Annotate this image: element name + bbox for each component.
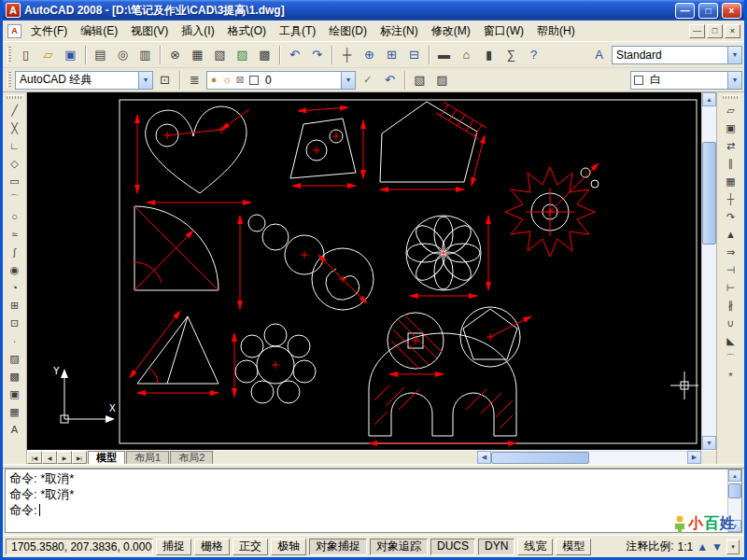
lineweight-toggle[interactable]: 线宽 [517, 539, 553, 555]
layer-unisolate-button[interactable]: ▨ [431, 70, 453, 91]
annotation-autoscale-icon[interactable]: ▼ [712, 541, 723, 553]
menu-tools[interactable]: 工具(T) [273, 21, 322, 42]
annotation-scale-value[interactable]: 1:1 [678, 540, 694, 553]
region-button[interactable]: ▣ [5, 385, 25, 403]
menu-help[interactable]: 帮助(H) [530, 21, 582, 42]
extend-button[interactable]: ⊢ [721, 279, 741, 297]
next-tab-button[interactable]: ▶ [57, 451, 72, 464]
chevron-down-icon[interactable]: ▾ [727, 47, 741, 63]
command-history[interactable]: 命令: *取消* 命令: *取消* 命令: [6, 469, 727, 532]
stretch-button[interactable]: ⇒ [721, 244, 741, 261]
chevron-down-icon[interactable]: ▾ [138, 72, 152, 89]
document-close-button[interactable]: × [725, 24, 740, 38]
ducs-toggle[interactable]: DUCS [430, 539, 475, 555]
vertical-scrollbar-track[interactable] [702, 106, 716, 436]
model-toggle[interactable]: 模型 [556, 539, 591, 555]
join-button[interactable]: ∪ [721, 315, 741, 332]
style-combo[interactable]: Standard ▾ [612, 46, 742, 64]
grid-toggle[interactable]: 栅格 [194, 539, 230, 555]
array-button[interactable]: ▦ [721, 173, 741, 190]
make-block-button[interactable]: ⊡ [5, 315, 25, 332]
copy-button[interactable]: ▦ [187, 45, 208, 65]
save-button[interactable]: ▣ [60, 45, 81, 65]
ellipse-arc-button[interactable]: ◔ [5, 279, 25, 297]
fillet-button[interactable]: ⌒ [721, 350, 741, 368]
tool-palettes-button[interactable]: ▮ [478, 45, 500, 65]
chevron-down-icon[interactable]: ▾ [341, 72, 355, 89]
command-scrollbar-thumb[interactable] [728, 483, 741, 498]
vertical-scrollbar-thumb[interactable] [702, 142, 716, 245]
color-combo[interactable]: 白 ▾ [630, 71, 742, 90]
prev-tab-button[interactable]: ◀ [42, 451, 57, 464]
command-input[interactable]: 命令: [9, 502, 724, 518]
mtext-button[interactable]: A [5, 421, 25, 439]
last-tab-button[interactable]: ▶| [72, 451, 87, 464]
layout2-tab[interactable]: 布局2 [170, 451, 213, 464]
trim-button[interactable]: ⊣ [721, 261, 741, 279]
ellipse-button[interactable]: ◉ [5, 261, 25, 279]
dyn-toggle[interactable]: DYN [478, 539, 514, 555]
chamfer-button[interactable]: ◣ [721, 332, 741, 350]
snap-toggle[interactable]: 捕捉 [156, 539, 191, 555]
properties-button[interactable]: ▬ [433, 45, 455, 65]
annotation-visibility-icon[interactable]: ▲ [697, 541, 708, 553]
layer-isolate-button[interactable]: ▧ [409, 70, 430, 91]
coordinates-display[interactable]: 1705.3580, 207.3836, 0.0000 [6, 539, 153, 555]
layer-on-bulb-icon[interactable]: ● [207, 75, 220, 85]
menu-view[interactable]: 视图(V) [124, 21, 175, 42]
break-button[interactable]: ∦ [721, 297, 741, 315]
open-button[interactable]: ▱ [37, 45, 59, 65]
construction-line-button[interactable]: ╳ [5, 119, 25, 137]
menu-draw[interactable]: 绘图(D) [322, 21, 374, 42]
minimize-button[interactable]: — [675, 3, 695, 19]
quickcalc-button[interactable]: ∑ [500, 45, 522, 65]
rectangle-button[interactable]: ▭ [5, 173, 25, 190]
qnew-button[interactable]: ▯ [15, 45, 36, 65]
zoom-previous-button[interactable]: ⊟ [403, 45, 425, 65]
close-button[interactable]: × [722, 3, 741, 19]
point-button[interactable]: ∙ [5, 332, 25, 350]
first-tab-button[interactable]: |◀ [27, 451, 42, 464]
document-minimize-button[interactable]: — [689, 24, 705, 38]
menu-insert[interactable]: 插入(I) [175, 21, 220, 42]
layer-combo[interactable]: ● ☼ ⊠ 0 ▾ [206, 71, 356, 90]
layer-color-swatch[interactable] [249, 76, 259, 85]
workspace-settings-button[interactable]: ⊡ [154, 70, 176, 91]
zoom-realtime-button[interactable]: ⊕ [359, 45, 380, 65]
block-editor-button[interactable]: ▩ [254, 45, 275, 65]
horizontal-scrollbar-thumb[interactable] [491, 452, 589, 464]
revision-cloud-button[interactable]: ≈ [5, 226, 25, 244]
polar-toggle[interactable]: 极轴 [271, 539, 306, 555]
scale-button[interactable]: ▲ [721, 226, 741, 244]
status-menu-caret[interactable]: ▾ [726, 539, 740, 554]
rotate-button[interactable]: ↷ [721, 208, 741, 226]
menu-modify[interactable]: 修改(M) [425, 21, 477, 42]
arc-button[interactable]: ⌒ [5, 190, 25, 208]
publish-button[interactable]: ▥ [134, 45, 156, 65]
insert-block-button[interactable]: ⊞ [5, 297, 25, 315]
menu-format[interactable]: 格式(O) [221, 21, 273, 42]
polygon-button[interactable]: ◇ [5, 155, 25, 173]
scroll-down-button[interactable]: ▼ [702, 436, 716, 450]
undo-button[interactable]: ↶ [284, 45, 305, 65]
table-button[interactable]: ▦ [5, 403, 25, 421]
hatch-button[interactable]: ▨ [5, 350, 25, 368]
plot-button[interactable]: ▤ [90, 45, 111, 65]
scroll-up-button[interactable]: ▲ [702, 92, 716, 106]
gradient-button[interactable]: ▩ [5, 368, 25, 385]
pan-button[interactable]: ┼ [336, 45, 358, 65]
erase-button[interactable]: ▱ [721, 102, 741, 119]
paste-button[interactable]: ▧ [209, 45, 231, 65]
match-properties-button[interactable]: ▨ [232, 45, 253, 65]
text-style-button[interactable]: A [588, 45, 610, 65]
spline-button[interactable]: ∫ [5, 244, 25, 261]
document-restore-button[interactable]: □ [707, 24, 723, 38]
scroll-up-button[interactable]: ▲ [728, 469, 741, 482]
redo-button[interactable]: ↷ [306, 45, 328, 65]
osnap-toggle[interactable]: 对象捕捉 [309, 539, 367, 555]
menu-edit[interactable]: 编辑(E) [74, 21, 124, 42]
layer-properties-button[interactable]: ≣ [184, 70, 205, 91]
scroll-left-button[interactable]: ◀ [477, 451, 491, 464]
make-layer-current-button[interactable]: ✓ [357, 70, 378, 91]
line-button[interactable]: ╱ [5, 102, 25, 119]
